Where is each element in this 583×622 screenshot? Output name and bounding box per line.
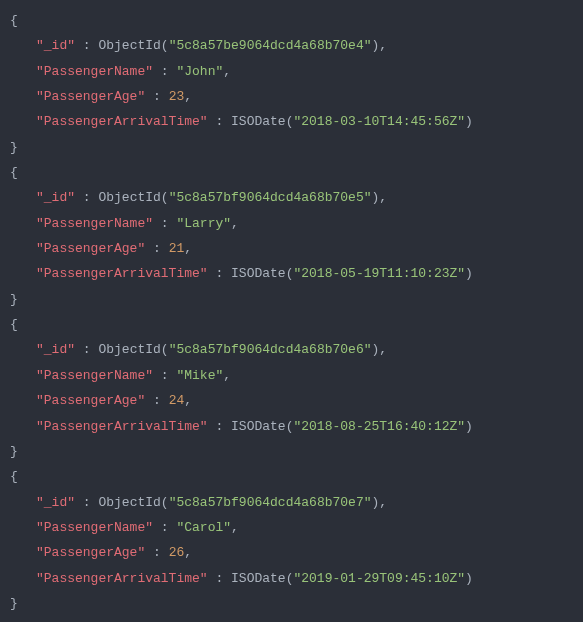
code-line-id: "_id" : ObjectId("5c8a57be9064dcd4a68b70… xyxy=(0,33,583,58)
colon: : xyxy=(208,114,231,129)
isodate-func: ISODate xyxy=(231,571,286,586)
id-value: "5c8a57bf9064dcd4a68b70e7" xyxy=(169,495,372,510)
time-key: "PassengerArrivalTime" xyxy=(36,114,208,129)
name-value: "Mike" xyxy=(176,368,223,383)
code-line-time: "PassengerArrivalTime" : ISODate("2018-0… xyxy=(0,261,583,286)
id-value: "5c8a57bf9064dcd4a68b70e5" xyxy=(169,190,372,205)
open-paren: ( xyxy=(161,38,169,53)
isodate-func: ISODate xyxy=(231,419,286,434)
open-paren: ( xyxy=(161,495,169,510)
colon: : xyxy=(75,38,98,53)
age-value: 26 xyxy=(169,545,185,560)
colon: : xyxy=(75,495,98,510)
isodate-func: ISODate xyxy=(231,266,286,281)
comma: , xyxy=(184,545,192,560)
id-value: "5c8a57bf9064dcd4a68b70e6" xyxy=(169,342,372,357)
comma: , xyxy=(184,393,192,408)
close-paren: ) xyxy=(465,114,473,129)
close-brace: } xyxy=(0,135,583,160)
age-key: "PassengerAge" xyxy=(36,545,145,560)
id-key: "_id" xyxy=(36,495,75,510)
close-brace: } xyxy=(0,591,583,616)
comma: , xyxy=(379,495,387,510)
close-brace: } xyxy=(0,287,583,312)
open-paren: ( xyxy=(161,342,169,357)
code-line-name: "PassengerName" : "Larry", xyxy=(0,211,583,236)
close-paren: ) xyxy=(465,571,473,586)
comma: , xyxy=(184,241,192,256)
open-brace: { xyxy=(0,464,583,489)
id-key: "_id" xyxy=(36,38,75,53)
age-value: 21 xyxy=(169,241,185,256)
isodate-func: ISODate xyxy=(231,114,286,129)
colon: : xyxy=(75,342,98,357)
colon: : xyxy=(153,64,176,79)
age-key: "PassengerAge" xyxy=(36,393,145,408)
colon: : xyxy=(145,89,168,104)
code-line-age: "PassengerAge" : 23, xyxy=(0,84,583,109)
close-paren: ) xyxy=(465,419,473,434)
objectid-func: ObjectId xyxy=(98,495,160,510)
time-value: "2018-05-19T11:10:23Z" xyxy=(293,266,465,281)
age-value: 24 xyxy=(169,393,185,408)
comma: , xyxy=(379,38,387,53)
name-key: "PassengerName" xyxy=(36,368,153,383)
time-value: "2018-08-25T16:40:12Z" xyxy=(293,419,465,434)
colon: : xyxy=(145,393,168,408)
close-brace: } xyxy=(0,439,583,464)
objectid-func: ObjectId xyxy=(98,190,160,205)
id-value: "5c8a57be9064dcd4a68b70e4" xyxy=(169,38,372,53)
code-line-age: "PassengerAge" : 24, xyxy=(0,388,583,413)
name-value: "Larry" xyxy=(176,216,231,231)
colon: : xyxy=(145,545,168,560)
comma: , xyxy=(231,216,239,231)
time-key: "PassengerArrivalTime" xyxy=(36,419,208,434)
objectid-func: ObjectId xyxy=(98,38,160,53)
comma: , xyxy=(223,368,231,383)
colon: : xyxy=(208,266,231,281)
age-key: "PassengerAge" xyxy=(36,241,145,256)
comma: , xyxy=(223,64,231,79)
age-key: "PassengerAge" xyxy=(36,89,145,104)
time-key: "PassengerArrivalTime" xyxy=(36,266,208,281)
code-block: { "_id" : ObjectId("5c8a57be9064dcd4a68b… xyxy=(0,8,583,616)
code-line-id: "_id" : ObjectId("5c8a57bf9064dcd4a68b70… xyxy=(0,337,583,362)
id-key: "_id" xyxy=(36,342,75,357)
age-value: 23 xyxy=(169,89,185,104)
code-line-name: "PassengerName" : "John", xyxy=(0,59,583,84)
open-brace: { xyxy=(0,160,583,185)
code-line-name: "PassengerName" : "Carol", xyxy=(0,515,583,540)
colon: : xyxy=(153,216,176,231)
name-key: "PassengerName" xyxy=(36,520,153,535)
id-key: "_id" xyxy=(36,190,75,205)
colon: : xyxy=(153,520,176,535)
comma: , xyxy=(379,342,387,357)
time-value: "2019-01-29T09:45:10Z" xyxy=(293,571,465,586)
code-line-age: "PassengerAge" : 21, xyxy=(0,236,583,261)
comma: , xyxy=(231,520,239,535)
comma: , xyxy=(184,89,192,104)
name-value: "Carol" xyxy=(176,520,231,535)
colon: : xyxy=(145,241,168,256)
name-key: "PassengerName" xyxy=(36,216,153,231)
comma: , xyxy=(379,190,387,205)
colon: : xyxy=(208,419,231,434)
code-line-name: "PassengerName" : "Mike", xyxy=(0,363,583,388)
time-key: "PassengerArrivalTime" xyxy=(36,571,208,586)
time-value: "2018-03-10T14:45:56Z" xyxy=(293,114,465,129)
code-line-age: "PassengerAge" : 26, xyxy=(0,540,583,565)
objectid-func: ObjectId xyxy=(98,342,160,357)
colon: : xyxy=(153,368,176,383)
name-key: "PassengerName" xyxy=(36,64,153,79)
code-line-time: "PassengerArrivalTime" : ISODate("2019-0… xyxy=(0,566,583,591)
open-paren: ( xyxy=(161,190,169,205)
code-line-time: "PassengerArrivalTime" : ISODate("2018-0… xyxy=(0,414,583,439)
close-paren: ) xyxy=(465,266,473,281)
open-brace: { xyxy=(0,312,583,337)
open-brace: { xyxy=(0,8,583,33)
code-line-time: "PassengerArrivalTime" : ISODate("2018-0… xyxy=(0,109,583,134)
name-value: "John" xyxy=(176,64,223,79)
code-line-id: "_id" : ObjectId("5c8a57bf9064dcd4a68b70… xyxy=(0,185,583,210)
code-line-id: "_id" : ObjectId("5c8a57bf9064dcd4a68b70… xyxy=(0,490,583,515)
colon: : xyxy=(75,190,98,205)
